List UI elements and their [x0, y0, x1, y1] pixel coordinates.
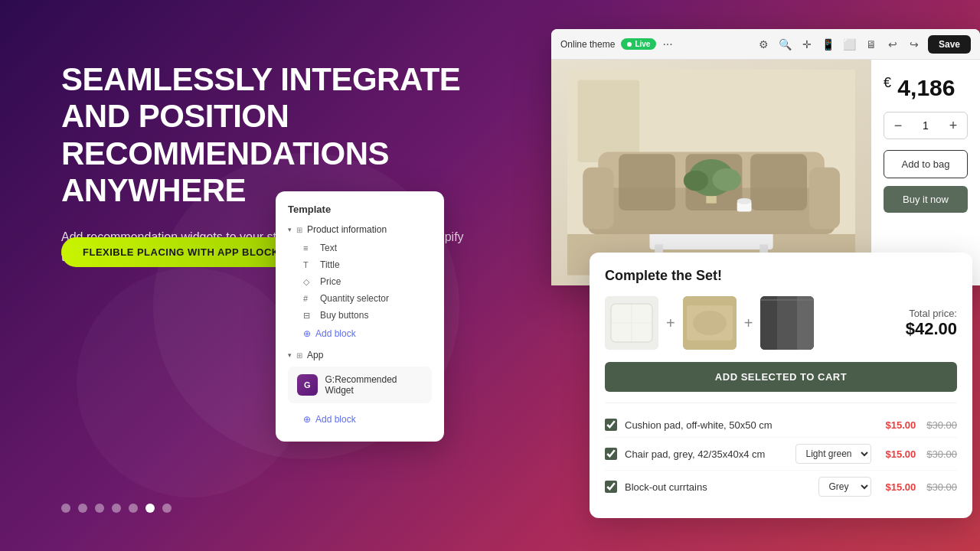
total-label: Total price:: [906, 308, 957, 319]
svg-point-18: [737, 198, 752, 204]
list-item-cushion: Cushion pad, off-white, 50x50 cm $15.00 …: [605, 412, 957, 438]
complete-set-panel: Complete the Set! + +: [590, 253, 972, 518]
more-options-icon[interactable]: ···: [662, 37, 672, 51]
item-variant-select-chair-pad[interactable]: Light green Grey White: [795, 444, 871, 464]
section-header-product-info[interactable]: ▾ ⊞ Product information: [288, 224, 432, 235]
tablet-icon[interactable]: ⬜: [842, 37, 858, 52]
template-item-quantity[interactable]: # Quantity selector: [288, 290, 432, 307]
svg-rect-9: [809, 168, 840, 230]
add-block-link-2[interactable]: ⊕ Add block: [288, 409, 432, 429]
template-item-text[interactable]: ≡ Text: [288, 240, 432, 256]
app-section-header[interactable]: ▾ ⊞ App: [288, 350, 432, 360]
item-price-current-cushion: $15.00: [885, 419, 916, 431]
add-block-label-1: Add block: [315, 328, 356, 339]
list-item-chair-pad: Chair pad, grey, 42/35x40x4 cm Light gre…: [605, 438, 957, 471]
add-block-label-2: Add block: [315, 414, 356, 425]
item-price-original-cushion: $30.00: [926, 419, 957, 431]
dot-1[interactable]: [61, 504, 70, 513]
item-price-current-chair-pad: $15.00: [885, 448, 916, 460]
quantity-value: 1: [912, 119, 939, 132]
app-chevron-icon: ▾: [288, 351, 292, 359]
buy-now-button[interactable]: Buy it now: [884, 186, 968, 213]
item-label-text: Text: [320, 243, 337, 253]
item-variant-select-curtains[interactable]: Grey White Black: [818, 477, 871, 497]
svg-point-25: [693, 311, 727, 335]
add-circle-icon-1: ⊕: [303, 328, 311, 339]
dot-7[interactable]: [162, 504, 172, 513]
cursor-icon[interactable]: ✛: [799, 37, 815, 52]
item-price-original-chair-pad: $30.00: [926, 448, 957, 460]
template-item-tittle[interactable]: T Tittle: [288, 256, 432, 273]
browser-content: € 4,186 − 1 + Add to bag Buy it now: [551, 60, 980, 285]
flexible-placing-badge: FLEXIBLE PLACING WITH APP BLOCK: [61, 237, 301, 267]
item-checkbox-chair-pad[interactable]: [605, 448, 617, 460]
app-widget-icon: G: [297, 374, 318, 396]
template-panel-title: Template: [288, 204, 432, 215]
product-thumb-curtain: [760, 296, 814, 350]
bg-decoration-circle-2: [77, 268, 306, 497]
app-widget[interactable]: G G:Recommended Widget: [288, 367, 432, 403]
add-selected-to-cart-button[interactable]: ADD SELECTED TO CART: [605, 362, 957, 392]
mobile-icon[interactable]: 📱: [821, 37, 836, 52]
desktop-icon[interactable]: 🖥: [864, 37, 879, 52]
quantity-decrease-button[interactable]: −: [884, 112, 912, 139]
item-price-original-curtains: $30.00: [926, 481, 957, 493]
live-label: Live: [635, 40, 650, 48]
buy-icon: ⊟: [303, 311, 314, 321]
app-widget-name: G:Recommended Widget: [325, 374, 423, 396]
item-checkbox-cushion[interactable]: [605, 419, 617, 431]
dot-4[interactable]: [112, 504, 121, 513]
plus-icon-2: +: [741, 315, 756, 332]
dot-5[interactable]: [129, 504, 138, 513]
svg-rect-1: [577, 80, 639, 162]
undo-icon[interactable]: ↩: [885, 37, 900, 52]
app-section: ▾ ⊞ App G G:Recommended Widget ⊕ Add blo…: [288, 350, 432, 429]
add-block-link-1[interactable]: ⊕ Add block: [288, 324, 432, 344]
svg-rect-12: [750, 154, 807, 210]
price-value: 4,186: [897, 75, 955, 100]
item-label-price: Price: [320, 276, 341, 287]
plus-icon-1: +: [663, 315, 678, 332]
svg-rect-10: [619, 154, 675, 210]
grid-icon: ⊞: [296, 226, 302, 234]
quantity-icon: #: [303, 294, 314, 303]
item-checkbox-curtains[interactable]: [605, 481, 617, 493]
svg-rect-29: [797, 296, 814, 350]
product-details: € 4,186 − 1 + Add to bag Buy it now: [871, 60, 980, 285]
currency-symbol: €: [884, 75, 891, 90]
dot-3[interactable]: [95, 504, 104, 513]
svg-rect-28: [779, 296, 795, 350]
total-price-area: Total price: $42.00: [906, 308, 957, 339]
quantity-increase-button[interactable]: +: [939, 112, 967, 139]
template-item-price[interactable]: ◇ Price: [288, 273, 432, 290]
svg-rect-27: [760, 296, 777, 350]
item-label-tittle: Tittle: [320, 259, 340, 270]
add-circle-icon-2: ⊕: [303, 414, 311, 425]
browser-toolbar: Online theme Live ··· ⚙ 🔍 ✛ 📱 ⬜ 🖥 ↩ ↪ Sa…: [551, 29, 980, 60]
price-icon: ◇: [303, 277, 314, 287]
save-button[interactable]: Save: [928, 35, 971, 54]
settings-icon[interactable]: ⚙: [756, 37, 772, 52]
quantity-control: − 1 +: [884, 112, 968, 139]
dot-6[interactable]: [145, 504, 155, 513]
theme-label: Online theme: [560, 39, 615, 50]
product-price-display: € 4,186: [884, 75, 968, 101]
chevron-icon: ▾: [288, 226, 292, 233]
item-name-curtains: Block-out currtains: [625, 481, 811, 493]
dot-2[interactable]: [78, 504, 87, 513]
product-thumb-pillow: [605, 296, 658, 350]
add-to-bag-button[interactable]: Add to bag: [884, 150, 968, 178]
toolbar-icons: ⚙ 🔍 ✛ 📱 ⬜ 🖥 ↩ ↪: [756, 37, 922, 52]
live-dot: [627, 42, 632, 47]
svg-rect-8: [583, 168, 613, 230]
total-price-value: $42.00: [906, 319, 957, 339]
template-item-buy-buttons[interactable]: ⊟ Buy buttons: [288, 307, 432, 324]
product-information-section: ▾ ⊞ Product information ≡ Text T Tittle …: [288, 224, 432, 344]
item-label-buy: Buy buttons: [320, 310, 368, 321]
main-heading: SEAMLESSLY INTEGRATE AND POSITION RECOMM…: [61, 61, 536, 209]
redo-icon[interactable]: ↪: [906, 37, 922, 52]
search-icon[interactable]: 🔍: [778, 37, 793, 52]
item-label-quantity: Quantity selector: [320, 293, 389, 304]
item-name-chair-pad: Chair pad, grey, 42/35x40x4 cm: [625, 448, 788, 460]
product-list: Cushion pad, off-white, 50x50 cm $15.00 …: [605, 403, 957, 503]
